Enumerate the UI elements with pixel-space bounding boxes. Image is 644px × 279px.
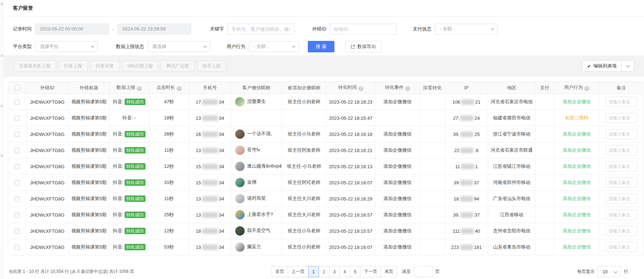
report-status-cell: 抖音:转化成功: [110, 94, 149, 110]
note-input[interactable]: [606, 129, 637, 139]
page-root: 客户留资 记录时间 2023-05-22 00:00:00 - 2023-05-…: [0, 0, 644, 279]
avatar: [235, 226, 245, 236]
report-tab-button[interactable]: 抖音上报: [59, 61, 88, 71]
row-checkbox[interactable]: [15, 229, 20, 234]
report-tab-button[interactable]: 腾讯广点通: [161, 61, 194, 71]
column-header: IP: [445, 82, 488, 94]
row-checkbox[interactable]: [15, 180, 20, 185]
deep-conversion-cell: [420, 239, 445, 255]
deep-conversion-cell: [420, 223, 445, 239]
report-status-cell: 抖音:转化成功: [110, 191, 149, 207]
conversion-time-cell: 2023-05-22 18:16:07: [326, 239, 375, 255]
note-input[interactable]: [606, 145, 637, 155]
jump-unit-label: 页: [435, 269, 440, 275]
row-checkbox[interactable]: [15, 213, 20, 218]
row-checkbox[interactable]: [15, 116, 20, 121]
region-cell: 江西省移动: [488, 207, 536, 223]
note-input[interactable]: [606, 194, 637, 204]
pagination-first-button[interactable]: 首页: [272, 266, 288, 277]
user-action-link[interactable]: 添加企业微信: [563, 131, 591, 137]
report-platform-text: 抖音:: [113, 212, 124, 217]
note-input[interactable]: [606, 97, 637, 107]
chevron-down-icon: [626, 63, 630, 67]
user-action-link[interactable]: 添加企业微信: [563, 244, 591, 250]
note-cell: [599, 159, 643, 175]
chevron-down-icon: [292, 46, 296, 48]
user-action-link[interactable]: 添加企业微信: [563, 212, 591, 217]
row-checkbox[interactable]: [15, 164, 20, 169]
note-input[interactable]: [606, 113, 637, 123]
user-action-link[interactable]: 添加企业微信: [563, 196, 591, 201]
row-checkbox[interactable]: [15, 100, 20, 105]
report-tab-button[interactable]: 快手上报: [197, 61, 226, 71]
report-tab-group: 百度基木鱼上报抖音上报抖音深度360点睛上报腾讯广点通快手上报: [14, 61, 226, 71]
ip-cell: 1894: [445, 191, 488, 207]
click-duration-cell: 26秒: [149, 126, 189, 142]
column-header: 转化事件: [375, 82, 420, 94]
note-cell: [599, 207, 643, 223]
wechat-nickname-cell: 一个达不溜。: [231, 126, 282, 142]
user-action-select[interactable]: - 全部 -: [249, 41, 299, 52]
table-row: JHDWcXFTG8G 视频剪辑课第5期 抖音:转化成功 47秒 1734 涅槃…: [8, 94, 643, 110]
table-row: JHDWcXFTG8G 视频剪辑课第5期 抖音:转化成功 53秒 1334 蘭蓝…: [8, 239, 643, 255]
report-status-select[interactable]: 请选择: [148, 41, 210, 52]
user-action-link[interactable]: 长按二维码: [565, 115, 588, 120]
page-button[interactable]: 2: [319, 266, 329, 277]
search-button[interactable]: 搜 索: [308, 41, 334, 52]
pagination-last-button[interactable]: 尾页: [381, 266, 397, 277]
pagination-prev-button[interactable]: 上一页: [288, 266, 309, 277]
conversion-time-cell: 2023-05-22 18:16:57: [326, 207, 375, 223]
start-date-input[interactable]: 2023-05-22 00:00:00: [35, 24, 109, 34]
nickname-text: 请对我笑: [247, 195, 266, 201]
row-checkbox[interactable]: [15, 148, 20, 153]
user-action-link[interactable]: 添加企业微信: [563, 180, 591, 185]
status-badge: 转化成功: [125, 99, 145, 105]
pay-status-label: 支付状态: [413, 26, 431, 32]
page-button[interactable]: 5: [350, 266, 361, 277]
row-checkbox[interactable]: [15, 197, 20, 202]
page-button[interactable]: 3: [329, 266, 340, 277]
date-range-separator: -: [112, 27, 114, 32]
select-all-checkbox[interactable]: [15, 85, 20, 90]
link-id-input[interactable]: [330, 24, 397, 34]
link-title-cell: 视频剪辑课第5期: [69, 142, 110, 159]
note-input[interactable]: [606, 242, 637, 252]
page-button-active[interactable]: 1: [308, 266, 319, 277]
note-cell: [599, 223, 643, 239]
note-cell: [599, 175, 643, 191]
row-checkbox[interactable]: [15, 132, 20, 137]
report-tab-button[interactable]: 360点睛上报: [122, 61, 158, 71]
page-button[interactable]: 4: [339, 266, 350, 277]
export-button[interactable]: 数据导出: [345, 41, 381, 52]
user-action-link[interactable]: 添加企业微信: [563, 147, 591, 153]
keyword-input[interactable]: [227, 24, 294, 34]
note-input[interactable]: [606, 178, 637, 188]
page-size-select[interactable]: 10: [597, 266, 621, 277]
added-by-cell: 班主任大川老师: [282, 207, 326, 223]
report-tab-button[interactable]: 百度基木鱼上报: [14, 61, 56, 71]
edit-columns-dropdown-button[interactable]: [622, 60, 634, 72]
user-action-link[interactable]: 添加企业微信: [563, 228, 591, 233]
user-action-link[interactable]: 添加企业微信: [563, 99, 591, 104]
left-edge-strip: [0, 0, 4, 279]
pagination-next-button[interactable]: 下一页: [360, 266, 381, 277]
platform-select[interactable]: 选择平台: [35, 41, 98, 52]
user-action-link[interactable]: 添加企业微信: [563, 164, 591, 169]
avatar: [235, 162, 245, 171]
pay-status-select[interactable]: - 全部 -: [435, 24, 498, 34]
note-input[interactable]: [606, 226, 637, 236]
row-checkbox[interactable]: [15, 245, 20, 250]
pay-cell: [536, 191, 554, 207]
user-action-label: 用户行为: [227, 43, 245, 50]
note-input[interactable]: [606, 161, 637, 171]
conversion-event-cell: 添加企微微信: [375, 191, 420, 207]
edit-columns-button[interactable]: 编辑列表项: [582, 60, 622, 72]
note-input[interactable]: [606, 210, 637, 220]
nickname-text: 上善若水乎?: [247, 212, 273, 217]
column-header: 深度转化: [420, 82, 445, 94]
link-id-label: 外链ID: [312, 26, 326, 32]
end-date-input[interactable]: 2023-05-22 23:59:59: [117, 24, 191, 34]
column-header: 数据上报: [110, 82, 149, 94]
report-tab-button[interactable]: 抖音深度: [91, 61, 119, 71]
jump-page-input[interactable]: [414, 266, 432, 277]
